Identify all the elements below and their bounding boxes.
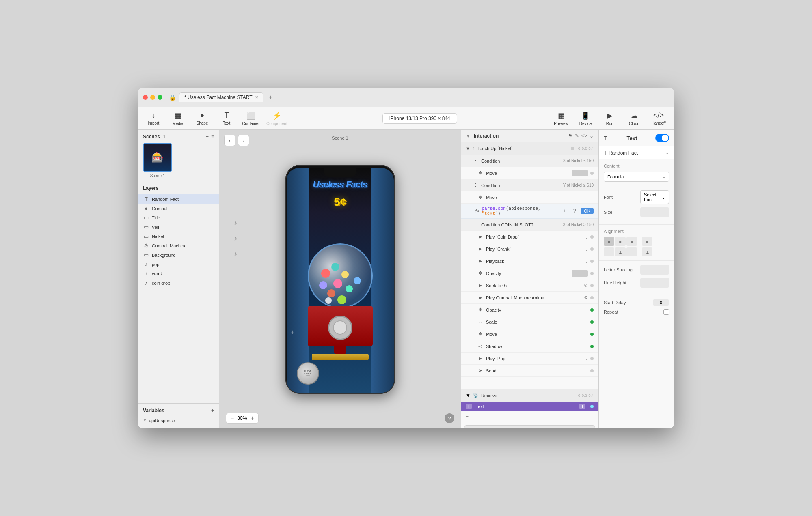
forward-button[interactable]: › — [238, 135, 249, 146]
interaction-title: Interaction — [474, 133, 565, 139]
layer-toggle[interactable] — [655, 134, 669, 142]
align-left-button[interactable]: ≡ — [604, 237, 614, 246]
start-delay-input[interactable]: 0 — [653, 299, 669, 306]
valign-stretch-button[interactable]: ⊥ — [642, 247, 652, 256]
action-play-coin-drop[interactable]: ▶ Play `Coin Drop` ♪ — [461, 231, 598, 243]
container-button[interactable]: ⬜ Container — [242, 111, 260, 126]
canvas-content[interactable]: ♪ ♪ ♪ Useless Facts 5¢ — [219, 130, 461, 428]
repeat-checkbox[interactable] — [663, 309, 669, 315]
start-delay-row: Start Delay 0 — [604, 299, 669, 306]
add-receive-row[interactable]: + — [461, 411, 598, 422]
component-button[interactable]: ⚡ Component — [266, 111, 287, 126]
action-seek[interactable]: ▶ Seek to 0s ⚙ — [461, 280, 598, 292]
align-right-button[interactable]: ≡ — [626, 237, 637, 246]
layer-gumball[interactable]: ● Gumball — [138, 204, 219, 213]
shape-button[interactable]: ● Shape — [193, 111, 211, 125]
content-type-select[interactable]: Formula ⌄ — [604, 172, 669, 182]
size-value[interactable] — [640, 207, 669, 217]
layer-coin-drop[interactable]: ♪ coin drop — [138, 278, 219, 288]
action-opacity-1[interactable]: ✻ Opacity — [461, 267, 598, 280]
alignment-label: Alignment — [604, 229, 669, 234]
expand-icon[interactable]: ⌄ — [590, 133, 594, 139]
action-condition-coin[interactable]: ⋮ Condition COIN IN SLOT? X of Nickel > … — [461, 219, 598, 231]
flag-icon[interactable]: ⚑ — [568, 133, 572, 139]
action-play-gumball[interactable]: ▶ Play Gumball Machine Anima... ⚙ — [461, 292, 598, 304]
action-move-3[interactable]: ✥ Move — [461, 328, 598, 340]
interaction-toolbar: ⚑ ✎ <> ⌄ — [568, 133, 594, 139]
align-center-button[interactable]: ≡ — [615, 237, 626, 246]
action-send[interactable]: ➤ Send — [461, 365, 598, 377]
formula-ok-button[interactable]: OK — [581, 208, 594, 214]
condition-note-2: Y of Nickel ≥ 610 — [563, 183, 594, 187]
action-opacity-2[interactable]: ✻ Opacity — [461, 304, 598, 316]
condition-label-1: Condition — [481, 159, 560, 163]
code-icon[interactable]: <> — [581, 133, 587, 139]
document-tab[interactable]: * Useless Fact Machine START ✕ — [179, 92, 263, 102]
minimize-button[interactable] — [150, 95, 155, 100]
action-shadow[interactable]: ◎ Shadow — [461, 340, 598, 353]
add-action-row[interactable]: + — [461, 377, 598, 389]
layer-gumball-machine[interactable]: ⚙ Gumball Machine — [138, 241, 219, 250]
edit-icon[interactable]: ✎ — [575, 133, 579, 139]
move-value-1 — [572, 170, 588, 176]
layers-section: Layers T Random Fact ● Gumball ▭ Title ▭… — [138, 182, 219, 403]
help-button[interactable]: ? — [445, 413, 454, 423]
variable-api-response[interactable]: ✕ apiResponse — [143, 417, 214, 424]
action-play-crank[interactable]: ▶ Play `Crank` ♪ — [461, 243, 598, 255]
layer-veil[interactable]: ▭ Veil — [138, 222, 219, 232]
layer-selector[interactable]: T Random Fact ⌄ — [599, 146, 674, 159]
zoom-level: 80% — [237, 415, 247, 421]
action-move-2[interactable]: ✥ Move — [461, 191, 598, 204]
letter-spacing-value[interactable] — [640, 265, 669, 275]
send-dot — [590, 369, 594, 372]
valign-middle-button[interactable]: ⊥ — [615, 247, 626, 256]
layer-crank[interactable]: ♪ crank — [138, 269, 219, 278]
import-button[interactable]: ↓ Import — [145, 111, 162, 125]
layer-nickel[interactable]: ▭ Nickel — [138, 232, 219, 241]
action-play-pop[interactable]: ▶ Play `Pop` ♪ — [461, 353, 598, 365]
scene-1-thumbnail[interactable]: 🎰 — [143, 143, 172, 172]
zoom-in-button[interactable]: + — [250, 415, 254, 421]
text-button[interactable]: T Text — [218, 111, 235, 125]
layer-random-fact[interactable]: T Random Fact — [138, 194, 219, 204]
formula-help-button[interactable]: ? — [571, 207, 578, 215]
new-tab-button[interactable]: + — [267, 93, 275, 101]
device-selector[interactable]: iPhone 13/13 Pro 390 × 844 — [287, 113, 552, 124]
formula-add-button[interactable]: + — [561, 207, 568, 215]
layer-pop[interactable]: ♪ pop — [138, 260, 219, 269]
receive-header[interactable]: ▼ 📡 Receive 0 0.2 0.4 — [461, 389, 598, 402]
cloud-button[interactable]: ☁ Cloud — [625, 111, 643, 126]
layer-background[interactable]: ▭ Background — [138, 250, 219, 260]
run-icon: ▶ — [607, 111, 613, 120]
fullscreen-button[interactable] — [158, 95, 162, 100]
zoom-out-button[interactable]: − — [230, 415, 234, 421]
action-condition-2[interactable]: ⋮ Condition Y of Nickel ≥ 610 — [461, 179, 598, 191]
layer-title[interactable]: ▭ Title — [138, 213, 219, 222]
action-condition-1[interactable]: ⋮ Condition X of Nickel ≤ 150 — [461, 155, 598, 167]
align-justify-button[interactable]: ≡ — [642, 237, 652, 246]
valign-bottom-button[interactable]: ⊤ — [626, 247, 637, 256]
media-button[interactable]: ▦ Media — [169, 111, 187, 126]
device-button[interactable]: 📱 Device — [577, 111, 594, 126]
line-height-value[interactable] — [640, 278, 669, 288]
add-variable-button[interactable]: + — [211, 408, 214, 413]
scene-1-item[interactable]: 🎰 Scene 1 — [143, 143, 172, 178]
media-icon: ▦ — [175, 111, 181, 120]
preview-button[interactable]: ▦ Preview — [552, 111, 570, 126]
action-playback[interactable]: ▶ Playback ♪ — [461, 255, 598, 267]
receive-text-row[interactable]: T Text T — [461, 402, 598, 411]
close-button[interactable] — [143, 95, 148, 100]
action-scale[interactable]: ↔ Scale — [461, 316, 598, 328]
action-move-1[interactable]: ✥ Move — [461, 167, 598, 179]
font-selector[interactable]: Select Font ⌄ — [640, 190, 669, 204]
run-button[interactable]: ▶ Run — [601, 111, 619, 126]
tab-close-button[interactable]: ✕ — [255, 95, 258, 99]
add-scene-button[interactable]: + — [206, 134, 209, 140]
add-trigger-button[interactable]: Add Trigger — [464, 425, 595, 428]
valign-top-button[interactable]: ⊤ — [604, 247, 614, 256]
handoff-button[interactable]: </> Handoff — [650, 111, 667, 125]
back-button[interactable]: ‹ — [224, 135, 235, 146]
scenes-list-view-button[interactable]: ≡ — [211, 134, 214, 140]
trigger-touch-up[interactable]: ▼ ↑ Touch Up `Nickel` 0 0.2 0.4 — [461, 142, 598, 155]
seek-dot — [590, 284, 594, 287]
